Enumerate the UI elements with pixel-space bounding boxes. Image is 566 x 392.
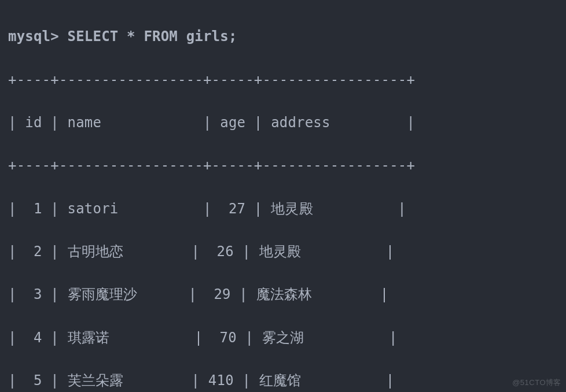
table-row: | 3 | 雾雨魔理沙 | 29 | 魔法森林 | <box>8 284 560 305</box>
table-row: | 1 | satori | 27 | 地灵殿 | <box>8 198 560 220</box>
sql-query: SELECT * FROM girls; <box>68 28 237 45</box>
table-row: | 4 | 琪露诺 | 70 | 雾之湖 | <box>8 327 560 349</box>
table-border-top: +----+-----------------+-----+----------… <box>8 69 560 91</box>
watermark: @51CTO博客 <box>512 377 561 389</box>
table-row: | 2 | 古明地恋 | 26 | 地灵殿 | <box>8 241 560 262</box>
table-border-mid: +----+-----------------+-----+----------… <box>8 155 560 176</box>
table-row: | 5 | 芙兰朵露 | 410 | 红魔馆 | <box>8 370 560 391</box>
mysql-prompt: mysql> <box>8 28 59 45</box>
table-header: | id | name | age | address | <box>8 112 560 134</box>
query-line: mysql> SELECT * FROM girls; <box>8 26 560 47</box>
terminal-output: mysql> SELECT * FROM girls; +----+------… <box>0 0 566 392</box>
